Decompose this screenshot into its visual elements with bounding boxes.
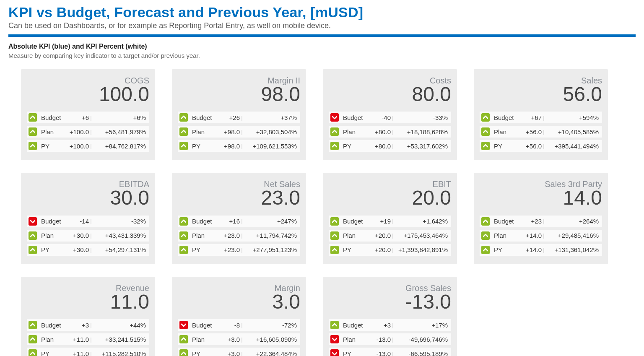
kpi-card[interactable]: Sales56.0Budget+67|+594%Plan+56.0|+10,40…	[474, 69, 608, 160]
chevron-down-icon	[179, 321, 188, 329]
kpi-row-percent: +32,803,504%	[244, 128, 297, 135]
chevron-up-icon	[481, 113, 490, 122]
kpi-row-percent: +10,405,585%	[546, 128, 599, 135]
kpi-row-absolute: +56.0	[518, 143, 542, 150]
kpi-row-absolute: +100.0	[65, 143, 89, 150]
kpi-row-percent: +277,951,123%	[244, 246, 297, 253]
kpi-row: PY-13.0|-66,595,189%	[329, 348, 451, 356]
separator: |	[240, 143, 244, 149]
chevron-up-icon	[481, 142, 490, 150]
kpi-row-label: Budget	[343, 218, 367, 225]
chevron-down-icon	[330, 349, 339, 356]
page-title: KPI vs Budget, Forecast and Previous Yea…	[8, 4, 636, 21]
separator: |	[542, 129, 546, 135]
chevron-up-icon	[330, 142, 339, 150]
separator: |	[89, 232, 93, 239]
kpi-row: PY+98.0|+109,621,553%	[178, 140, 300, 152]
kpi-row-label: Plan	[494, 232, 518, 239]
chevron-up-icon	[29, 349, 37, 356]
kpi-row: PY+30.0|+54,297,131%	[27, 244, 149, 256]
kpi-row-percent: +37%	[244, 114, 297, 121]
kpi-row-absolute: +30.0	[65, 246, 89, 253]
kpi-card[interactable]: Sales 3rd Party14.0Budget+23|+264%Plan+1…	[474, 173, 608, 264]
kpi-row-label: Budget	[494, 218, 518, 225]
kpi-row-label: Plan	[192, 336, 216, 343]
kpi-row-absolute: +20.0	[367, 232, 391, 239]
kpi-row-label: Budget	[192, 218, 216, 225]
kpi-row-absolute: +98.0	[216, 143, 240, 150]
kpi-row-percent: +247%	[244, 218, 297, 225]
chevron-up-icon	[179, 217, 188, 226]
kpi-card[interactable]: Gross Sales-13.0Budget+3|+17%Plan-13.0|-…	[323, 277, 457, 356]
kpi-row-percent: +16,605,090%	[244, 336, 297, 343]
kpi-row-percent: +18,188,628%	[395, 128, 448, 135]
kpi-card[interactable]: Net Sales23.0Budget+16|+247%Plan+23.0|+1…	[172, 173, 306, 264]
chevron-up-icon	[330, 246, 339, 254]
kpi-card-value: 98.0	[178, 84, 300, 105]
kpi-row-label: PY	[41, 350, 65, 356]
chevron-up-icon	[330, 217, 339, 226]
kpi-row: Budget-40|-33%	[329, 112, 451, 123]
kpi-row-absolute: +23.0	[216, 246, 240, 253]
kpi-row-absolute: +67	[518, 114, 542, 121]
kpi-row-percent: +17%	[395, 322, 448, 329]
chevron-up-icon	[481, 127, 490, 136]
kpi-card-value: 80.0	[329, 84, 451, 105]
kpi-grid: COGS100.0Budget+6|+6%Plan+100.0|+56,481,…	[8, 69, 636, 356]
separator: |	[391, 218, 395, 224]
chevron-up-icon	[481, 246, 490, 254]
kpi-row: Plan+3.0|+16,605,090%	[178, 333, 300, 345]
kpi-row: Budget+67|+594%	[480, 112, 602, 123]
kpi-row: PY+80.0|+53,317,602%	[329, 140, 451, 152]
kpi-card[interactable]: Costs80.0Budget-40|-33%Plan+80.0|+18,188…	[323, 69, 457, 160]
chevron-up-icon	[179, 349, 188, 356]
separator: |	[391, 129, 395, 135]
kpi-row-percent: +54,297,131%	[93, 246, 146, 253]
kpi-card[interactable]: EBIT20.0Budget+19|+1,642%Plan+20.0|+175,…	[323, 173, 457, 264]
kpi-row-label: Plan	[343, 232, 367, 239]
kpi-row-absolute: +23	[518, 218, 542, 225]
kpi-row-absolute: -13.0	[367, 336, 391, 343]
kpi-row-percent: +44%	[93, 322, 146, 329]
kpi-row-absolute: +11.0	[65, 336, 89, 343]
kpi-row-percent: +109,621,553%	[244, 143, 297, 150]
separator: |	[240, 322, 244, 328]
kpi-row: PY+3.0|+22,364,484%	[178, 348, 300, 356]
kpi-row-percent: -66,595,189%	[395, 350, 448, 356]
kpi-row: Budget+3|+44%	[27, 319, 149, 331]
kpi-row-label: Budget	[192, 114, 216, 121]
kpi-row-label: PY	[343, 143, 367, 150]
kpi-row-absolute: +3.0	[216, 350, 240, 356]
kpi-row: Plan+14.0|+29,485,416%	[480, 230, 602, 242]
kpi-row-percent: +29,485,416%	[546, 232, 599, 239]
separator: |	[240, 351, 244, 356]
kpi-card[interactable]: Revenue11.0Budget+3|+44%Plan+11.0|+33,24…	[21, 277, 155, 356]
kpi-row-label: Plan	[343, 336, 367, 343]
kpi-card[interactable]: EBITDA30.0Budget-14|-32%Plan+30.0|+43,43…	[21, 173, 155, 264]
kpi-row-percent: +131,361,042%	[546, 246, 599, 253]
kpi-row: Plan+30.0|+43,431,339%	[27, 230, 149, 242]
kpi-card[interactable]: COGS100.0Budget+6|+6%Plan+100.0|+56,481,…	[21, 69, 155, 160]
separator: |	[391, 351, 395, 356]
chevron-up-icon	[29, 321, 37, 329]
kpi-row-absolute: +11.0	[65, 350, 89, 356]
kpi-row: Budget+23|+264%	[480, 216, 602, 227]
kpi-row-percent: -49,696,746%	[395, 336, 448, 343]
chevron-up-icon	[29, 127, 37, 136]
kpi-row-label: Budget	[494, 114, 518, 121]
separator: |	[391, 247, 395, 253]
kpi-card[interactable]: Margin II98.0Budget+26|+37%Plan+98.0|+32…	[172, 69, 306, 160]
kpi-card[interactable]: Margin3.0Budget-8|-72%Plan+3.0|+16,605,0…	[172, 277, 306, 356]
kpi-row: Plan+20.0|+175,453,464%	[329, 230, 451, 242]
kpi-row-absolute: +3	[65, 322, 89, 329]
kpi-row-percent: +1,642%	[395, 218, 448, 225]
separator: |	[240, 336, 244, 343]
kpi-row: Budget-14|-32%	[27, 216, 149, 227]
kpi-row: Plan+100.0|+56,481,979%	[27, 126, 149, 138]
separator: |	[89, 247, 93, 253]
separator: |	[391, 322, 395, 328]
chevron-up-icon	[179, 127, 188, 136]
chevron-down-icon	[330, 113, 339, 122]
kpi-row-percent: +594%	[546, 114, 599, 121]
kpi-row-label: Budget	[41, 218, 65, 225]
